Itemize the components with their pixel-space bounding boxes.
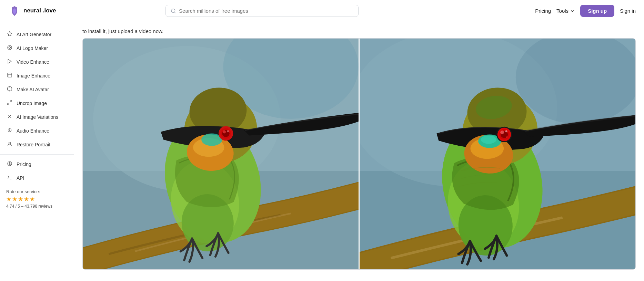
svg-point-4 xyxy=(9,46,10,48)
logo-text: neural .love xyxy=(23,8,56,14)
ai-image-variations-icon xyxy=(6,114,13,121)
sidebar-item-ai-logo-maker[interactable]: AI Logo Maker xyxy=(0,41,74,55)
header-tools-menu[interactable]: Tools xyxy=(556,8,575,14)
image-panel-left xyxy=(83,39,359,269)
star-1: ★ xyxy=(6,196,11,203)
pricing-icon xyxy=(6,161,13,168)
bird-image-left xyxy=(83,39,359,269)
sidebar-label-ai-image-variations: AI Image Variations xyxy=(17,114,58,120)
star-5: ★ xyxy=(30,196,35,203)
sidebar: AI Art Generator AI Logo Maker Video Enh… xyxy=(0,22,74,281)
star-2: ★ xyxy=(12,196,17,203)
svg-point-48 xyxy=(481,135,496,144)
sidebar-label-pricing: Pricing xyxy=(17,162,31,167)
sidebar-label-make-ai-avatar: Make AI Avatar xyxy=(17,87,49,92)
sidebar-label-video-enhance: Video Enhance xyxy=(17,59,49,65)
restore-portrait-icon xyxy=(6,141,13,148)
sidebar-label-audio-enhance: Audio Enhance xyxy=(17,128,49,134)
ai-art-icon xyxy=(6,31,13,38)
logo[interactable]: neural .love xyxy=(8,5,77,17)
sidebar-item-ai-art-generator[interactable]: AI Art Generator xyxy=(0,28,74,41)
ai-logo-icon xyxy=(6,45,13,52)
rating-label: Rate our service: xyxy=(6,189,68,194)
svg-point-32 xyxy=(223,130,226,133)
search-bar[interactable] xyxy=(165,5,359,17)
sidebar-divider xyxy=(0,154,74,155)
image-comparison xyxy=(82,38,636,270)
star-4: ★ xyxy=(24,196,29,203)
make-ai-avatar-icon xyxy=(6,86,13,93)
layout: AI Art Generator AI Logo Maker Video Enh… xyxy=(0,22,644,281)
svg-point-33 xyxy=(227,130,229,132)
chevron-down-icon xyxy=(570,9,575,13)
sidebar-label-uncrop-image: Uncrop Image xyxy=(17,101,47,106)
audio-enhance-icon xyxy=(6,127,13,134)
svg-point-3 xyxy=(8,45,12,50)
svg-line-8 xyxy=(10,101,12,102)
sidebar-item-pricing[interactable]: Pricing xyxy=(0,157,74,171)
top-text: to install it, just upload a video now. xyxy=(74,22,644,38)
svg-point-13 xyxy=(9,130,10,131)
bird-image-right xyxy=(360,39,635,269)
signin-button[interactable]: Sign in xyxy=(620,8,636,14)
sidebar-label-restore-portrait: Restore Portrait xyxy=(17,142,50,147)
svg-point-53 xyxy=(500,131,504,134)
signup-button[interactable]: Sign up xyxy=(580,5,614,17)
sidebar-label-ai-logo-maker: AI Logo Maker xyxy=(17,45,48,51)
rating-section: Rate our service: ★ ★ ★ ★ ★ 4.74 / 5 – 4… xyxy=(0,185,74,211)
svg-marker-2 xyxy=(7,31,12,36)
svg-point-54 xyxy=(505,130,507,132)
svg-point-14 xyxy=(9,142,10,144)
svg-point-0 xyxy=(171,9,175,13)
video-enhance-icon xyxy=(6,59,13,65)
search-input[interactable] xyxy=(179,8,353,14)
sidebar-item-api[interactable]: API xyxy=(0,171,74,185)
svg-line-9 xyxy=(8,103,9,105)
svg-rect-6 xyxy=(8,73,12,77)
header: neural .love Pricing Tools Sign up Sign … xyxy=(0,0,644,22)
api-icon xyxy=(6,175,13,181)
sidebar-item-audio-enhance[interactable]: Audio Enhance xyxy=(0,124,74,138)
svg-marker-5 xyxy=(8,59,11,63)
image-enhance-icon xyxy=(6,72,13,79)
sidebar-item-video-enhance[interactable]: Video Enhance xyxy=(0,55,74,69)
sidebar-item-uncrop-image[interactable]: Uncrop Image xyxy=(0,96,74,110)
svg-point-12 xyxy=(8,128,11,132)
header-right: Pricing Tools Sign up Sign in xyxy=(535,5,636,17)
logo-icon xyxy=(8,5,21,17)
star-3: ★ xyxy=(18,196,23,203)
sidebar-item-ai-image-variations[interactable]: AI Image Variations xyxy=(0,110,74,124)
sidebar-item-restore-portrait[interactable]: Restore Portrait xyxy=(0,138,74,152)
stars: ★ ★ ★ ★ ★ xyxy=(6,196,68,203)
rating-text: 4.74 / 5 – 43,798 reviews xyxy=(6,204,68,209)
sidebar-item-image-enhance[interactable]: Image Enhance xyxy=(0,69,74,83)
search-icon xyxy=(171,8,176,14)
sidebar-label-image-enhance: Image Enhance xyxy=(17,73,50,79)
uncrop-icon xyxy=(6,100,13,107)
header-pricing-link[interactable]: Pricing xyxy=(535,8,551,14)
main-content: to install it, just upload a video now. xyxy=(74,22,644,281)
svg-point-55 xyxy=(506,136,508,138)
svg-line-1 xyxy=(174,12,175,13)
sidebar-label-ai-art-generator: AI Art Generator xyxy=(17,32,51,37)
image-panel-right xyxy=(359,39,635,269)
sidebar-item-make-ai-avatar[interactable]: Make AI Avatar xyxy=(0,83,74,96)
sidebar-label-api: API xyxy=(17,175,24,181)
